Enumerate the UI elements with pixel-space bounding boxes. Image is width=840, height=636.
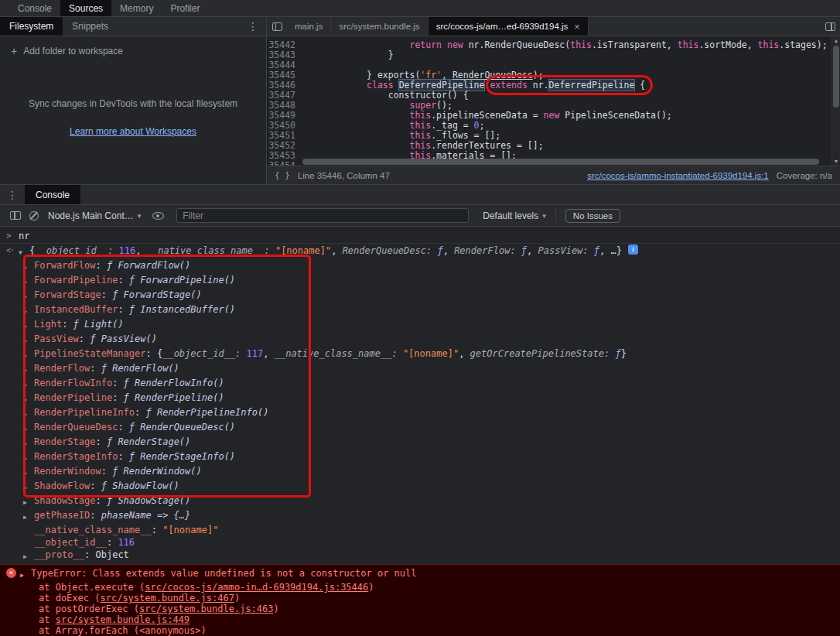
expander-closed-icon[interactable]: ▶	[23, 392, 34, 406]
more-options-icon[interactable]: ⋮	[240, 17, 266, 36]
object-property-row[interactable]: ▶RenderPipelineInfo: ƒ RenderPipelineInf…	[0, 406, 840, 421]
sidebar-tab-snippets[interactable]: Snippets	[63, 17, 118, 36]
close-tab-icon[interactable]: ×	[574, 21, 580, 32]
expander-closed-icon[interactable]: ▶	[23, 259, 34, 274]
stack-trace-link[interactable]: src/system.bundle.js:463	[139, 604, 273, 614]
console-result-row[interactable]: <·▼{__object_id__: 116, __native_class_n…	[0, 244, 840, 259]
code-token: extends	[490, 80, 527, 91]
expander-closed-icon[interactable]: ▶	[23, 303, 34, 318]
stack-trace-link[interactable]: src/cocos-js/ammo-in…d-6939d194.js:35446	[145, 582, 368, 593]
console-error[interactable]: ×▶TypeError: Class extends value undefin…	[0, 564, 840, 636]
expander-closed-icon[interactable]: ▶	[23, 347, 34, 362]
sidebar-tab-filesystem[interactable]: Filesystem	[0, 17, 63, 36]
issues-button[interactable]: No Issues	[565, 209, 620, 223]
object-property-row[interactable]: ▶ForwardStage: ƒ ForwardStage()	[0, 289, 840, 303]
drawer-menu-icon[interactable]: ⋮	[0, 185, 25, 204]
expander-closed-icon[interactable]: ▶	[23, 333, 34, 347]
console-text: {	[29, 244, 35, 257]
object-property-row[interactable]: ▶RenderFlow: ƒ RenderFlow()	[0, 362, 840, 377]
line-number[interactable]: 35454	[267, 161, 302, 166]
expander-closed-icon[interactable]: ▶	[23, 274, 34, 289]
object-property-row[interactable]: ▶PipelineStateManager: {__object_id__: 1…	[0, 347, 840, 362]
object-property-row[interactable]: ▶ShadowStage: ƒ ShadowStage()	[0, 494, 840, 509]
console-text: :	[90, 362, 101, 374]
info-icon[interactable]: i	[628, 244, 638, 255]
source-file-link[interactable]: src/cocos-js/ammo-instantiated-6939d194.…	[587, 171, 769, 180]
expander-open-icon[interactable]: ▼	[19, 244, 29, 259]
console-input-row[interactable]: >nr	[0, 230, 840, 244]
expander-closed-icon[interactable]: ▶	[23, 377, 34, 392]
object-property-row[interactable]: ▶getPhaseID: phaseName => {…}	[0, 509, 840, 524]
expander-closed-icon[interactable]: ▶	[23, 421, 34, 436]
stack-trace-link[interactable]: src/system.bundle.js:467	[100, 593, 234, 604]
context-selector[interactable]: Node.js Main Cont… ▾	[48, 210, 141, 221]
main-tab-console[interactable]: Console	[9, 0, 60, 16]
editor-options-icon[interactable]	[820, 17, 840, 36]
error-message-row[interactable]: ×▶TypeError: Class extends value undefin…	[0, 567, 840, 582]
editor-hscrollbar[interactable]	[302, 159, 830, 165]
expander-closed-icon[interactable]: ▶	[23, 549, 34, 563]
object-property-row[interactable]: ▶ForwardPipeline: ƒ ForwardPipeline()	[0, 274, 840, 289]
expander-closed-icon[interactable]: ▶	[23, 318, 34, 333]
learn-more-link[interactable]: Learn more about Workspaces	[0, 126, 266, 137]
file-tab[interactable]: src/cocos-js/am…ed-6939d194.js×	[429, 17, 589, 36]
clear-console-icon[interactable]	[25, 211, 43, 221]
object-property-row[interactable]: ▶RenderPipeline: ƒ RenderPipeline()	[0, 392, 840, 406]
console-text: at Object.execute (	[39, 582, 145, 593]
expander-closed-icon[interactable]: ▶	[20, 567, 31, 582]
object-property-row[interactable]: ▶InstancedBuffer: ƒ InstancedBuffer()	[0, 303, 840, 318]
console-text: :	[118, 274, 128, 286]
live-expression-eye-icon[interactable]	[149, 212, 167, 220]
expander-closed-icon[interactable]: ▶	[23, 480, 34, 494]
object-property-row[interactable]: ▶RenderStage: ƒ RenderStage()	[0, 436, 840, 450]
file-tab[interactable]: main.js	[287, 17, 331, 36]
expander-closed-icon[interactable]: ▶	[23, 450, 34, 465]
object-property-row[interactable]: ▶RenderFlowInfo: ƒ RenderFlowInfo()	[0, 377, 840, 392]
context-label: Node.js Main Cont…	[48, 210, 134, 221]
code-token	[394, 80, 399, 91]
stack-trace-link[interactable]: src/system.bundle.js:449	[56, 614, 190, 625]
scrollbar-thumb[interactable]	[833, 46, 839, 108]
filter-input[interactable]	[176, 208, 469, 223]
code-token: .pipelineSceneData =	[431, 110, 543, 121]
log-levels-dropdown[interactable]: Default levels ▾	[483, 210, 546, 221]
file-tab-label: src/system.bundle.js	[339, 22, 419, 31]
console-sidebar-icon[interactable]	[6, 211, 25, 220]
console-text: :	[84, 549, 95, 561]
scrollbar-thumb[interactable]	[302, 159, 819, 165]
expander-closed-icon[interactable]: ▶	[23, 494, 34, 509]
scroll-down-icon[interactable]: ▼	[832, 159, 840, 164]
main-tab-profiler[interactable]: Profiler	[162, 0, 208, 16]
expander-closed-icon[interactable]: ▶	[23, 509, 34, 524]
object-property-row[interactable]: ▶__proto__: Object	[0, 549, 840, 563]
main-tab-memory[interactable]: Memory	[111, 0, 162, 16]
code-token: this	[409, 110, 431, 121]
expander-closed-icon[interactable]: ▶	[23, 289, 34, 303]
object-property-row[interactable]: ▶Light: ƒ Light()	[0, 318, 840, 333]
object-property-row[interactable]: __native_class_name__: "[noname]"	[0, 524, 840, 536]
navigator-toggle-icon[interactable]	[267, 17, 287, 36]
object-property-row[interactable]: ▶PassView: ƒ PassView()	[0, 333, 840, 347]
code-text: }	[302, 50, 394, 60]
object-property-row[interactable]: ▶ShadowFlow: ƒ ShadowFlow()	[0, 480, 840, 494]
pretty-print-icon[interactable]: { }	[275, 170, 290, 180]
add-folder-button[interactable]: + Add folder to workspace	[0, 36, 266, 66]
object-property-row[interactable]: __object_id__: 116	[0, 536, 840, 549]
expander-closed-icon[interactable]: ▶	[23, 362, 34, 377]
object-property-row[interactable]: ▶RenderQueueDesc: ƒ RenderQueueDesc()	[0, 421, 840, 436]
object-property-row[interactable]: ▶RenderStageInfo: ƒ RenderStageInfo()	[0, 450, 840, 465]
code-lines: 35442 return new nr.RenderQueueDesc(this…	[267, 36, 840, 166]
sidebar-tabbar: FilesystemSnippets ⋮	[0, 17, 266, 36]
property-name: Light	[34, 318, 62, 330]
editor-vscrollbar[interactable]: ▲ ▼	[831, 36, 840, 166]
expander-closed-icon[interactable]: ▶	[23, 436, 34, 450]
object-property-row[interactable]: ▶ForwardFlow: ƒ ForwardFlow()	[0, 259, 840, 274]
code-editor[interactable]: 35442 return new nr.RenderQueueDesc(this…	[267, 36, 840, 166]
file-tab[interactable]: src/system.bundle.js	[331, 17, 428, 36]
expander-closed-icon[interactable]: ▶	[23, 406, 34, 421]
main-tab-sources[interactable]: Sources	[60, 0, 111, 16]
expander-closed-icon[interactable]: ▶	[23, 465, 34, 480]
object-property-row[interactable]: ▶RenderWindow: ƒ RenderWindow()	[0, 465, 840, 480]
scroll-up-icon[interactable]: ▲	[832, 38, 840, 43]
tab-console[interactable]: Console	[25, 185, 80, 204]
